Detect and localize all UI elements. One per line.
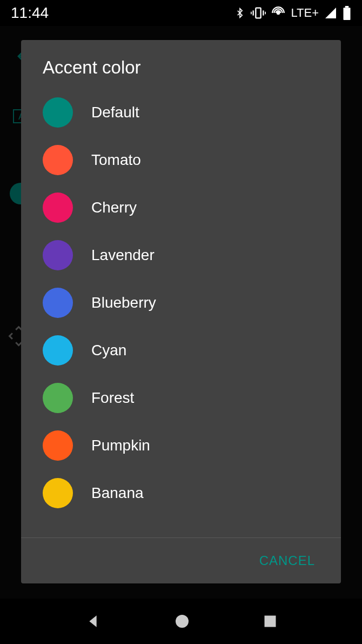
color-option-banana[interactable]: Banana [21, 469, 341, 517]
color-option-pumpkin[interactable]: Pumpkin [21, 422, 341, 469]
nav-recent-button[interactable] [263, 614, 278, 629]
color-label: Tomato [91, 151, 141, 169]
dialog-title: Accent color [21, 40, 341, 89]
bluetooth-icon [234, 5, 245, 21]
color-option-blueberry[interactable]: Blueberry [21, 279, 341, 327]
svg-point-8 [176, 615, 189, 628]
color-label: Default [91, 104, 139, 121]
svg-rect-9 [264, 616, 276, 627]
nav-home-button[interactable] [173, 613, 191, 630]
dialog-footer: CANCEL [21, 537, 341, 583]
color-option-default[interactable]: Default [21, 89, 341, 136]
color-option-tomato[interactable]: Tomato [21, 136, 341, 184]
color-label: Banana [91, 484, 144, 502]
color-label: Cherry [91, 199, 137, 216]
nav-back-button[interactable] [84, 613, 102, 630]
hotspot-icon [271, 6, 285, 20]
svg-rect-7 [345, 6, 349, 8]
svg-rect-2 [263, 10, 264, 15]
svg-rect-4 [265, 12, 266, 15]
svg-rect-0 [256, 8, 261, 18]
color-swatch [43, 430, 73, 461]
color-option-forest[interactable]: Forest [21, 374, 341, 422]
color-label: Pumpkin [91, 437, 150, 454]
cancel-button[interactable]: CANCEL [251, 549, 324, 573]
status-icons: LTE+ [234, 5, 351, 21]
color-label: Forest [91, 389, 134, 407]
svg-point-5 [277, 12, 279, 14]
color-swatch [43, 335, 73, 366]
svg-rect-3 [251, 12, 252, 15]
svg-rect-1 [253, 10, 254, 15]
color-swatch [43, 192, 73, 223]
color-swatch [43, 97, 73, 128]
network-type: LTE+ [291, 6, 319, 20]
status-time: 11:44 [11, 4, 49, 22]
color-swatch [43, 288, 73, 318]
color-swatch [43, 478, 73, 508]
color-option-lavender[interactable]: Lavender [21, 231, 341, 279]
dialog-overlay: Accent color Default Tomato Cherry Laven… [0, 26, 362, 599]
navigation-bar [0, 599, 362, 644]
color-swatch [43, 145, 73, 175]
color-swatch [43, 240, 73, 270]
color-label: Blueberry [91, 294, 156, 311]
color-list: Default Tomato Cherry Lavender Blueberry… [21, 89, 341, 537]
color-label: Cyan [91, 342, 126, 359]
color-option-cyan[interactable]: Cyan [21, 327, 341, 374]
accent-color-dialog: Accent color Default Tomato Cherry Laven… [21, 40, 341, 583]
color-label: Lavender [91, 247, 155, 264]
color-swatch [43, 383, 73, 413]
battery-icon [343, 6, 351, 20]
status-bar: 11:44 LTE+ [0, 0, 362, 26]
signal-icon [324, 6, 337, 19]
vibrate-icon [251, 5, 266, 21]
color-option-cherry[interactable]: Cherry [21, 184, 341, 231]
svg-rect-6 [344, 8, 351, 20]
